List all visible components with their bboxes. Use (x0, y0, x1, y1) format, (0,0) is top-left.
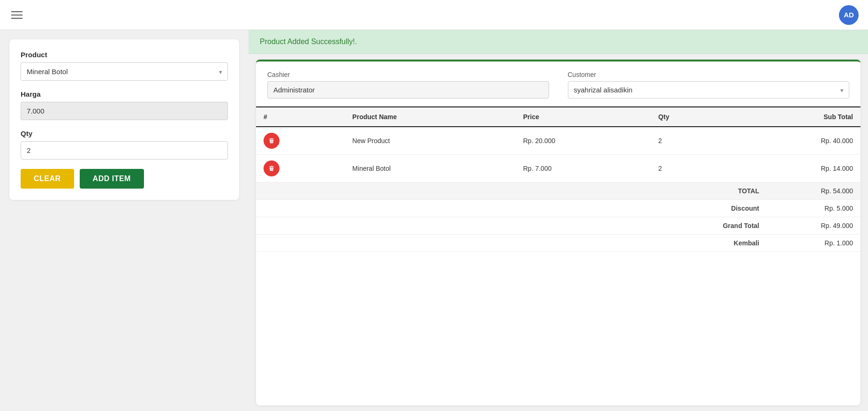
table-header-row: # Product Name Price Qty Sub Total (256, 107, 860, 127)
grand-total-value: Rp. 49.000 (797, 222, 853, 229)
delete-row1-button[interactable] (264, 133, 279, 149)
cashier-label: Cashier (267, 71, 549, 78)
col-header-qty: Qty (651, 107, 725, 127)
kembali-label: Kembali (703, 239, 759, 247)
col-header-price: Price (516, 107, 651, 127)
table-row: Mineral Botol Rp. 7.000 2 Rp. 14.000 (256, 155, 860, 183)
row1-delete-cell (256, 127, 345, 155)
form-card: Product Mineral Botol ▾ Harga Qty (9, 39, 239, 200)
total-value: Rp. 54.000 (797, 187, 853, 195)
top-row: Cashier Customer syahrizal alisadikin ▾ (256, 61, 860, 107)
main-layout: Product Mineral Botol ▾ Harga Qty (0, 30, 868, 411)
row2-subtotal: Rp. 14.000 (725, 155, 860, 183)
qty-label: Qty (21, 129, 228, 137)
add-item-button[interactable]: ADD ITEM (80, 169, 144, 189)
row2-product-name: Mineral Botol (345, 155, 515, 183)
product-label: Product (21, 51, 228, 59)
table-row: New Product Rp. 20.000 2 Rp. 40.000 (256, 127, 860, 155)
navbar: AD (0, 0, 868, 30)
order-table: # Product Name Price Qty Sub Total (256, 107, 860, 183)
row2-price: Rp. 7.000 (516, 155, 651, 183)
discount-label: Discount (703, 205, 759, 212)
total-row: TOTAL Rp. 54.000 (256, 183, 860, 200)
order-card: Cashier Customer syahrizal alisadikin ▾ (256, 60, 860, 405)
total-label: TOTAL (703, 187, 759, 195)
qty-input[interactable] (21, 141, 228, 160)
product-group: Product Mineral Botol ▾ (21, 51, 228, 81)
cashier-group: Cashier (267, 71, 549, 99)
clear-button[interactable]: CLEAR (21, 169, 74, 189)
cashier-input (267, 81, 549, 99)
qty-group: Qty (21, 129, 228, 160)
customer-select-wrapper: syahrizal alisadikin ▾ (568, 81, 850, 99)
hamburger-menu-icon[interactable] (9, 9, 24, 21)
avatar[interactable]: AD (839, 5, 859, 25)
col-header-hash: # (256, 107, 345, 127)
customer-group: Customer syahrizal alisadikin ▾ (568, 71, 850, 99)
discount-row: Discount Rp. 5.000 (256, 200, 860, 217)
delete-row2-button[interactable] (264, 160, 279, 176)
harga-group: Harga (21, 90, 228, 120)
product-select-wrapper: Mineral Botol ▾ (21, 62, 228, 81)
kembali-value: Rp. 1.000 (797, 239, 853, 247)
harga-input[interactable] (21, 102, 228, 120)
customer-select[interactable]: syahrizal alisadikin (568, 81, 850, 99)
trash-icon (268, 137, 275, 144)
left-panel: Product Mineral Botol ▾ Harga Qty (0, 30, 249, 411)
row1-product-name: New Product (345, 127, 515, 155)
grand-total-row: Grand Total Rp. 49.000 (256, 217, 860, 235)
row2-qty: 2 (651, 155, 725, 183)
kembali-row: Kembali Rp. 1.000 (256, 235, 860, 252)
success-message: Product Added Successfully!. (260, 38, 357, 46)
row1-subtotal: Rp. 40.000 (725, 127, 860, 155)
right-panel: Product Added Successfully!. Cashier Cus… (249, 30, 868, 411)
row1-qty: 2 (651, 127, 725, 155)
product-select[interactable]: Mineral Botol (21, 62, 228, 81)
trash-icon (268, 165, 275, 172)
customer-label: Customer (568, 71, 850, 78)
col-header-subtotal: Sub Total (725, 107, 860, 127)
row2-delete-cell (256, 155, 345, 183)
success-banner: Product Added Successfully!. (249, 30, 868, 54)
grand-total-label: Grand Total (703, 222, 759, 229)
button-row: CLEAR ADD ITEM (21, 169, 228, 189)
discount-value: Rp. 5.000 (797, 205, 853, 212)
harga-label: Harga (21, 90, 228, 98)
col-header-product-name: Product Name (345, 107, 515, 127)
row1-price: Rp. 20.000 (516, 127, 651, 155)
